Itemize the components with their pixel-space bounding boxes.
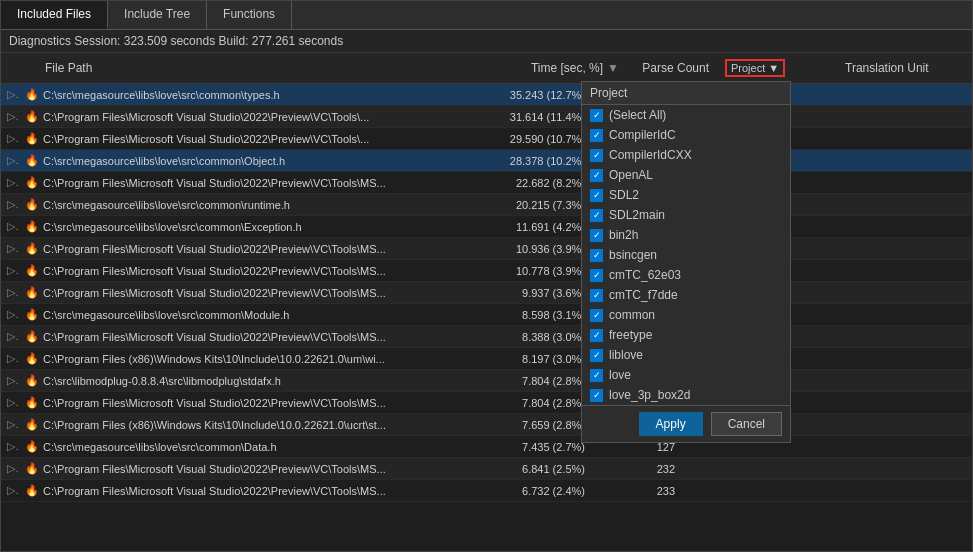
tab-functions[interactable]: Functions — [207, 1, 292, 29]
file-icon: 🔥 — [19, 482, 37, 499]
dropdown-item[interactable]: CompilerIdC — [582, 125, 790, 145]
column-headers: File Path Time [sec, %] ▼ Parse Count Pr… — [1, 53, 972, 84]
file-path-cell: C:\Program Files\Microsoft Visual Studio… — [37, 329, 461, 345]
tab-included-files[interactable]: Included Files — [1, 1, 108, 29]
dropdown-item[interactable]: love — [582, 365, 790, 385]
dropdown-item[interactable]: bsincgen — [582, 245, 790, 265]
expand-icon[interactable]: ▷ — [1, 86, 19, 103]
dropdown-item[interactable]: common — [582, 305, 790, 325]
apply-button[interactable]: Apply — [639, 412, 703, 436]
expand-icon[interactable]: ▷ — [1, 372, 19, 389]
table-row[interactable]: ▷ 🔥 C:\src\megasource\libs\love\src\comm… — [1, 150, 972, 172]
dropdown-item[interactable]: SDL2main — [582, 205, 790, 225]
expand-icon[interactable]: ▷ — [1, 350, 19, 367]
table-row[interactable]: ▷ 🔥 C:\Program Files\Microsoft Visual St… — [1, 128, 972, 150]
dropdown-item[interactable]: love_3p_box2d — [582, 385, 790, 405]
table-row[interactable]: ▷ 🔥 C:\Program Files\Microsoft Visual St… — [1, 392, 972, 414]
table-row[interactable]: ▷ 🔥 C:\Program Files\Microsoft Visual St… — [1, 458, 972, 480]
tab-include-tree[interactable]: Include Tree — [108, 1, 207, 29]
table-row[interactable]: ▷ 🔥 C:\src\megasource\libs\love\src\comm… — [1, 304, 972, 326]
time-cell: 11.691 (4.2%) — [461, 219, 591, 235]
cancel-button[interactable]: Cancel — [711, 412, 782, 436]
expand-icon[interactable]: ▷ — [1, 130, 19, 147]
table-row[interactable]: ▷ 🔥 C:\src\megasource\libs\love\src\comm… — [1, 194, 972, 216]
table-row[interactable]: ▷ 🔥 C:\Program Files\Microsoft Visual St… — [1, 260, 972, 282]
checkbox[interactable] — [590, 249, 603, 262]
dropdown-item-label: OpenAL — [609, 168, 653, 182]
expand-icon[interactable]: ▷ — [1, 482, 19, 499]
dropdown-item[interactable]: OpenAL — [582, 165, 790, 185]
dropdown-item[interactable]: cmTC_62e03 — [582, 265, 790, 285]
file-path-cell: C:\Program Files\Microsoft Visual Studio… — [37, 285, 461, 301]
table-row[interactable]: ▷ 🔥 C:\src\megasource\libs\love\src\comm… — [1, 436, 972, 458]
dropdown-item[interactable]: freetype — [582, 325, 790, 345]
expand-icon[interactable]: ▷ — [1, 306, 19, 323]
table-row[interactable]: ▷ 🔥 C:\Program Files\Microsoft Visual St… — [1, 238, 972, 260]
file-path-cell: C:\Program Files\Microsoft Visual Studio… — [37, 109, 461, 125]
table-row[interactable]: ▷ 🔥 C:\src\libmodplug-0.8.8.4\src\libmod… — [1, 370, 972, 392]
expand-icon[interactable]: ▷ — [1, 196, 19, 213]
file-path-cell: C:\src\megasource\libs\love\src\common\M… — [37, 307, 461, 323]
checkbox[interactable] — [590, 309, 603, 322]
time-cell: 7.435 (2.7%) — [461, 439, 591, 455]
expand-icon[interactable]: ▷ — [1, 240, 19, 257]
dropdown-item[interactable]: bin2h — [582, 225, 790, 245]
checkbox[interactable] — [590, 269, 603, 282]
file-path-cell: C:\src\megasource\libs\love\src\common\E… — [37, 219, 461, 235]
table-row[interactable]: ▷ 🔥 C:\Program Files\Microsoft Visual St… — [1, 172, 972, 194]
dropdown-item[interactable]: CompilerIdCXX — [582, 145, 790, 165]
col-header-project: Project ▼ — [717, 57, 837, 79]
table-row[interactable]: ▷ 🔥 C:\Program Files (x86)\Windows Kits\… — [1, 414, 972, 436]
table-row[interactable]: ▷ 🔥 C:\Program Files\Microsoft Visual St… — [1, 480, 972, 502]
expand-icon[interactable]: ▷ — [1, 108, 19, 125]
expand-icon[interactable]: ▷ — [1, 460, 19, 477]
expand-icon[interactable]: ▷ — [1, 394, 19, 411]
file-icon: 🔥 — [19, 460, 37, 477]
checkbox[interactable] — [590, 149, 603, 162]
time-cell: 6.841 (2.5%) — [461, 461, 591, 477]
expand-icon[interactable]: ▷ — [1, 218, 19, 235]
file-icon: 🔥 — [19, 394, 37, 411]
checkbox[interactable] — [590, 329, 603, 342]
table-row[interactable]: ▷ 🔥 C:\Program Files (x86)\Windows Kits\… — [1, 348, 972, 370]
checkbox[interactable] — [590, 189, 603, 202]
checkbox[interactable] — [590, 389, 603, 402]
checkbox[interactable] — [590, 349, 603, 362]
dropdown-item[interactable]: cmTC_f7dde — [582, 285, 790, 305]
checkbox[interactable] — [590, 169, 603, 182]
col-header-time-label: Time [sec, %] — [531, 61, 603, 75]
col-header-time[interactable]: Time [sec, %] ▼ — [497, 57, 627, 79]
dropdown-item[interactable]: (Select All) — [582, 105, 790, 125]
checkbox[interactable] — [590, 109, 603, 122]
table-row[interactable]: ▷ 🔥 C:\Program Files\Microsoft Visual St… — [1, 106, 972, 128]
file-path-cell: C:\Program Files (x86)\Windows Kits\10\I… — [37, 417, 461, 433]
dropdown-item-label: SDL2 — [609, 188, 639, 202]
expand-icon[interactable]: ▷ — [1, 438, 19, 455]
dropdown-list: (Select All)CompilerIdCCompilerIdCXXOpen… — [582, 105, 790, 405]
expand-icon[interactable]: ▷ — [1, 174, 19, 191]
expand-icon[interactable]: ▷ — [1, 284, 19, 301]
table-row[interactable]: ▷ 🔥 C:\Program Files\Microsoft Visual St… — [1, 326, 972, 348]
project-filter-button[interactable]: Project ▼ — [725, 59, 785, 77]
main-container: Included Files Include Tree Functions Di… — [0, 0, 973, 552]
expand-icon[interactable]: ▷ — [1, 416, 19, 433]
expand-icon[interactable]: ▷ — [1, 152, 19, 169]
expand-icon[interactable]: ▷ — [1, 328, 19, 345]
table-row[interactable]: ▷ 🔥 C:\src\megasource\libs\love\src\comm… — [1, 84, 972, 106]
checkbox[interactable] — [590, 209, 603, 222]
checkbox[interactable] — [590, 229, 603, 242]
dropdown-item-label: CompilerIdC — [609, 128, 676, 142]
file-path-cell: C:\src\megasource\libs\love\src\common\t… — [37, 87, 461, 103]
table-row[interactable]: ▷ 🔥 C:\Program Files\Microsoft Visual St… — [1, 282, 972, 304]
expand-icon[interactable]: ▷ — [1, 262, 19, 279]
time-cell: 20.215 (7.3%) — [461, 197, 591, 213]
checkbox[interactable] — [590, 129, 603, 142]
table-row[interactable]: ▷ 🔥 C:\src\megasource\libs\love\src\comm… — [1, 216, 972, 238]
table-body: ▷ 🔥 C:\src\megasource\libs\love\src\comm… — [1, 84, 972, 551]
file-path-cell: C:\src\megasource\libs\love\src\common\r… — [37, 197, 461, 213]
checkbox[interactable] — [590, 369, 603, 382]
dropdown-item-label: (Select All) — [609, 108, 666, 122]
dropdown-item[interactable]: liblove — [582, 345, 790, 365]
dropdown-item[interactable]: SDL2 — [582, 185, 790, 205]
checkbox[interactable] — [590, 289, 603, 302]
